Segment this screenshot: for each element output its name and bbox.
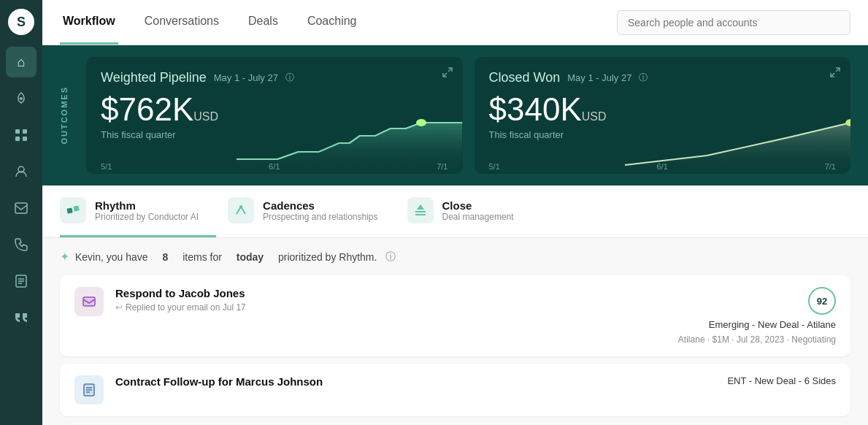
tabs-section: Rhythm Prioritized by Conductor AI Caden… <box>42 185 868 238</box>
svg-rect-4 <box>23 137 27 141</box>
task-1-right: 92 Emerging - New Deal - Atilane Atilane… <box>678 287 836 345</box>
closed-won-chart-dates: 5/1 6/1 7/1 <box>489 162 837 171</box>
sidebar: S ⌂ <box>0 0 42 425</box>
task-1-score: 92 <box>808 287 836 315</box>
weighted-pipeline-chart-dates: 5/1 6/1 7/1 <box>101 162 448 171</box>
task-2-title: Contract Follow-up for Marcus Johnson <box>115 375 715 388</box>
sidebar-item-quotes[interactable] <box>6 302 37 333</box>
rhythm-icon <box>60 197 86 223</box>
task-2-right: ENT - New Deal - 6 Sides <box>727 375 836 386</box>
intro-text-after: prioritized by Rhythm. <box>278 251 377 263</box>
rhythm-tab-sub: Prioritized by Conductor AI <box>95 212 199 222</box>
closed-won-title: Closed Won <box>489 70 561 85</box>
svg-rect-3 <box>15 137 20 141</box>
search-input[interactable] <box>617 10 850 35</box>
cadences-icon <box>228 197 254 223</box>
task-card-1: Respond to Jacob Jones ↩ Replied to your… <box>60 275 850 356</box>
rhythm-tab-label: Rhythm <box>95 199 199 212</box>
weighted-pipeline-info-icon[interactable]: ⓘ <box>285 72 294 84</box>
topnav: Workflow Conversations Deals Coaching <box>42 0 868 45</box>
svg-rect-23 <box>83 297 95 306</box>
svg-rect-6 <box>15 203 27 213</box>
task-1-deal-meta: Atilane · $1M · Jul 28, 2023 · Negotiati… <box>678 334 836 345</box>
rhythm-intro: ✦ Kevin, you have 8 items for today prio… <box>60 250 850 264</box>
expand-icon-closed-won[interactable] <box>830 67 840 80</box>
nav-workflow[interactable]: Workflow <box>60 0 118 45</box>
task-1-sub: ↩ Replied to your email on Jul 17 <box>115 302 667 313</box>
intro-text-before: Kevin, you have <box>75 251 148 263</box>
sidebar-item-person[interactable] <box>6 156 37 187</box>
svg-rect-20 <box>415 211 426 212</box>
task-2-main: Contract Follow-up for Marcus Johnson <box>115 375 715 391</box>
sidebar-item-phone[interactable] <box>6 229 37 260</box>
intro-count: 8 <box>163 251 169 263</box>
content-area: ✦ Kevin, you have 8 items for today prio… <box>42 238 868 425</box>
closed-won-date: May 1 - July 27 <box>567 72 631 83</box>
cadences-tab-text: Cadences Prospecting and relationships <box>263 199 377 222</box>
cadences-tab-label: Cadences <box>263 199 377 212</box>
sidebar-logo[interactable]: S <box>8 9 34 35</box>
svg-rect-17 <box>67 208 73 214</box>
main-content: Workflow Conversations Deals Coaching OU… <box>42 0 868 425</box>
weighted-pipeline-card: Weighted Pipeline May 1 - July 27 ⓘ $762… <box>86 57 463 174</box>
expand-icon-pipeline[interactable] <box>442 67 453 80</box>
spark-icon: ✦ <box>60 250 69 264</box>
closed-won-info-icon[interactable]: ⓘ <box>639 72 648 84</box>
closed-won-card: Closed Won May 1 - July 27 ⓘ $340KUSD Th… <box>475 57 851 174</box>
svg-rect-18 <box>74 206 80 212</box>
nav-conversations[interactable]: Conversations <box>142 0 222 45</box>
sidebar-item-home[interactable]: ⌂ <box>6 47 37 77</box>
outcomes-section: OUTCOMES Weighted Pipeline May 1 - July … <box>42 45 868 185</box>
weighted-pipeline-date: May 1 - July 27 <box>214 72 278 83</box>
task-email-icon <box>74 287 104 316</box>
svg-point-0 <box>20 97 23 100</box>
nav-deals[interactable]: Deals <box>245 0 281 45</box>
intro-info-button[interactable]: ⓘ <box>385 250 396 264</box>
tab-close[interactable]: Close Deal management <box>407 185 531 237</box>
sidebar-item-email[interactable] <box>6 193 37 223</box>
tab-rhythm[interactable]: Rhythm Prioritized by Conductor AI <box>60 185 216 237</box>
close-tab-text: Close Deal management <box>442 199 514 222</box>
task-1-main: Respond to Jacob Jones ↩ Replied to your… <box>115 287 667 313</box>
intro-text-middle: items for <box>183 251 222 263</box>
svg-marker-22 <box>417 204 424 210</box>
svg-point-19 <box>239 205 242 208</box>
task-1-deal: Emerging - New Deal - Atilane <box>709 319 836 330</box>
svg-point-13 <box>416 119 426 126</box>
rhythm-tab-text: Rhythm Prioritized by Conductor AI <box>95 199 199 222</box>
sidebar-item-rocket[interactable] <box>6 83 37 114</box>
close-tab-label: Close <box>442 199 514 212</box>
close-tab-sub: Deal management <box>442 212 514 222</box>
task-doc-icon <box>74 375 104 405</box>
svg-rect-2 <box>23 129 27 134</box>
intro-today: today <box>237 251 264 263</box>
close-tab-icon <box>407 197 434 223</box>
svg-rect-1 <box>15 129 20 134</box>
task-1-title: Respond to Jacob Jones <box>115 287 667 299</box>
tab-cadences[interactable]: Cadences Prospecting and relationships <box>228 185 395 237</box>
sidebar-item-grid[interactable] <box>6 120 37 150</box>
nav-coaching[interactable]: Coaching <box>304 0 360 45</box>
task-2-deal: ENT - New Deal - 6 Sides <box>727 375 836 386</box>
outcomes-label: OUTCOMES <box>60 86 69 145</box>
svg-rect-21 <box>415 214 426 215</box>
task-card-2: Contract Follow-up for Marcus Johnson EN… <box>60 364 850 416</box>
reply-icon: ↩ <box>115 302 123 313</box>
cadences-tab-sub: Prospecting and relationships <box>263 212 377 222</box>
weighted-pipeline-title: Weighted Pipeline <box>101 70 207 85</box>
sidebar-item-document[interactable] <box>6 266 37 296</box>
